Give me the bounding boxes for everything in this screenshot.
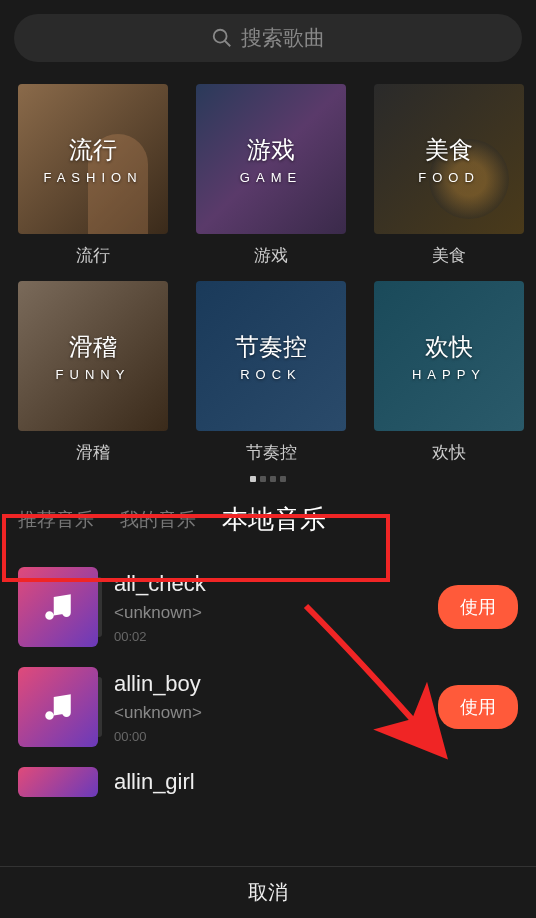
category-title-en: GAME (240, 170, 302, 185)
song-item[interactable]: all_check <unknown> 00:02 使用 (18, 557, 518, 657)
search-bar[interactable]: 搜索歌曲 (14, 14, 522, 62)
song-info: allin_boy <unknown> 00:00 (114, 671, 422, 744)
song-duration: 00:00 (114, 729, 422, 744)
category-item[interactable]: 节奏控 ROCK 节奏控 (196, 281, 346, 464)
song-artist: <unknown> (114, 603, 422, 623)
category-tile-happy: 欢快 HAPPY (374, 281, 524, 431)
song-title: all_check (114, 571, 422, 597)
music-note-icon (41, 590, 75, 624)
category-item[interactable]: 欢快 HAPPY 欢快 (374, 281, 524, 464)
category-tile-food: 美食 FOOD (374, 84, 524, 234)
music-note-icon (41, 690, 75, 724)
category-title-en: HAPPY (412, 367, 486, 382)
category-label: 节奏控 (246, 441, 297, 464)
use-button[interactable]: 使用 (438, 685, 518, 729)
category-title-cn: 流行 (69, 134, 117, 166)
category-grid: 流行 FASHION 流行 游戏 GAME 游戏 美食 FOOD 美食 滑稽 F… (0, 76, 536, 464)
cancel-button[interactable]: 取消 (0, 866, 536, 918)
svg-point-0 (214, 30, 227, 43)
category-item[interactable]: 美食 FOOD 美食 (374, 84, 524, 267)
category-title-en: FOOD (418, 170, 480, 185)
song-artist: <unknown> (114, 703, 422, 723)
category-label: 滑稽 (76, 441, 110, 464)
song-artwork (18, 767, 98, 797)
song-artwork (18, 567, 98, 647)
song-info: all_check <unknown> 00:02 (114, 571, 422, 644)
category-tile-game: 游戏 GAME (196, 84, 346, 234)
category-title-cn: 滑稽 (69, 331, 117, 363)
category-title-cn: 欢快 (425, 331, 473, 363)
category-title-cn: 游戏 (247, 134, 295, 166)
category-label: 流行 (76, 244, 110, 267)
category-item[interactable]: 游戏 GAME 游戏 (196, 84, 346, 267)
category-title-en: FASHION (43, 170, 142, 185)
search-icon (211, 27, 233, 49)
song-list: all_check <unknown> 00:02 使用 allin_boy <… (0, 551, 536, 797)
song-info: allin_girl (114, 769, 518, 795)
category-label: 游戏 (254, 244, 288, 267)
category-label: 欢快 (432, 441, 466, 464)
song-duration: 00:02 (114, 629, 422, 644)
category-label: 美食 (432, 244, 466, 267)
song-title: allin_girl (114, 769, 518, 795)
song-item[interactable]: allin_boy <unknown> 00:00 使用 (18, 657, 518, 757)
category-tile-rock: 节奏控 ROCK (196, 281, 346, 431)
category-item[interactable]: 滑稽 FUNNY 滑稽 (18, 281, 168, 464)
svg-line-1 (225, 41, 231, 47)
category-title-cn: 节奏控 (235, 331, 307, 363)
category-title-en: FUNNY (56, 367, 131, 382)
category-tile-funny: 滑稽 FUNNY (18, 281, 168, 431)
song-item[interactable]: allin_girl (18, 757, 518, 797)
song-artwork (18, 667, 98, 747)
tab-local-music[interactable]: 本地音乐 (222, 502, 326, 537)
category-title-cn: 美食 (425, 134, 473, 166)
song-title: allin_boy (114, 671, 422, 697)
music-tabs: 推荐音乐 我的音乐 本地音乐 (0, 482, 536, 551)
category-item[interactable]: 流行 FASHION 流行 (18, 84, 168, 267)
category-title-en: ROCK (240, 367, 302, 382)
use-button[interactable]: 使用 (438, 585, 518, 629)
cancel-label: 取消 (248, 879, 288, 906)
search-placeholder: 搜索歌曲 (241, 24, 325, 52)
tab-my-music[interactable]: 我的音乐 (120, 507, 196, 533)
tab-recommended[interactable]: 推荐音乐 (18, 507, 94, 533)
category-tile-fashion: 流行 FASHION (18, 84, 168, 234)
